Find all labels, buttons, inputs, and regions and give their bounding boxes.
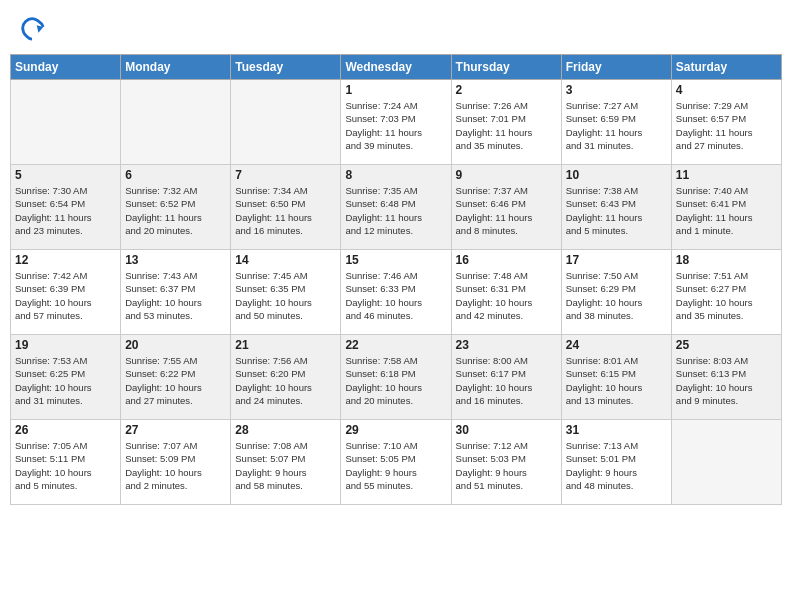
day-number: 6 — [125, 168, 226, 182]
day-info: Sunrise: 7:35 AM Sunset: 6:48 PM Dayligh… — [345, 184, 446, 237]
calendar-cell: 5Sunrise: 7:30 AM Sunset: 6:54 PM Daylig… — [11, 165, 121, 250]
day-info: Sunrise: 7:45 AM Sunset: 6:35 PM Dayligh… — [235, 269, 336, 322]
day-number: 8 — [345, 168, 446, 182]
calendar-cell: 8Sunrise: 7:35 AM Sunset: 6:48 PM Daylig… — [341, 165, 451, 250]
day-info: Sunrise: 7:38 AM Sunset: 6:43 PM Dayligh… — [566, 184, 667, 237]
calendar-cell: 30Sunrise: 7:12 AM Sunset: 5:03 PM Dayli… — [451, 420, 561, 505]
day-number: 24 — [566, 338, 667, 352]
day-number: 17 — [566, 253, 667, 267]
day-number: 12 — [15, 253, 116, 267]
day-info: Sunrise: 7:48 AM Sunset: 6:31 PM Dayligh… — [456, 269, 557, 322]
calendar-cell: 11Sunrise: 7:40 AM Sunset: 6:41 PM Dayli… — [671, 165, 781, 250]
day-number: 13 — [125, 253, 226, 267]
day-number: 20 — [125, 338, 226, 352]
logo-icon — [18, 14, 46, 42]
calendar-cell: 29Sunrise: 7:10 AM Sunset: 5:05 PM Dayli… — [341, 420, 451, 505]
calendar-cell: 27Sunrise: 7:07 AM Sunset: 5:09 PM Dayli… — [121, 420, 231, 505]
calendar-week-2: 5Sunrise: 7:30 AM Sunset: 6:54 PM Daylig… — [11, 165, 782, 250]
day-number: 7 — [235, 168, 336, 182]
day-number: 14 — [235, 253, 336, 267]
day-info: Sunrise: 7:08 AM Sunset: 5:07 PM Dayligh… — [235, 439, 336, 492]
calendar-cell — [671, 420, 781, 505]
page-header — [10, 10, 782, 46]
weekday-header-tuesday: Tuesday — [231, 55, 341, 80]
calendar-week-4: 19Sunrise: 7:53 AM Sunset: 6:25 PM Dayli… — [11, 335, 782, 420]
day-info: Sunrise: 7:07 AM Sunset: 5:09 PM Dayligh… — [125, 439, 226, 492]
day-number: 31 — [566, 423, 667, 437]
day-info: Sunrise: 7:50 AM Sunset: 6:29 PM Dayligh… — [566, 269, 667, 322]
calendar-cell: 25Sunrise: 8:03 AM Sunset: 6:13 PM Dayli… — [671, 335, 781, 420]
day-number: 11 — [676, 168, 777, 182]
calendar-cell: 24Sunrise: 8:01 AM Sunset: 6:15 PM Dayli… — [561, 335, 671, 420]
day-info: Sunrise: 7:24 AM Sunset: 7:03 PM Dayligh… — [345, 99, 446, 152]
day-info: Sunrise: 7:32 AM Sunset: 6:52 PM Dayligh… — [125, 184, 226, 237]
day-info: Sunrise: 7:26 AM Sunset: 7:01 PM Dayligh… — [456, 99, 557, 152]
calendar-cell: 17Sunrise: 7:50 AM Sunset: 6:29 PM Dayli… — [561, 250, 671, 335]
calendar-cell: 20Sunrise: 7:55 AM Sunset: 6:22 PM Dayli… — [121, 335, 231, 420]
day-info: Sunrise: 7:29 AM Sunset: 6:57 PM Dayligh… — [676, 99, 777, 152]
calendar-cell: 15Sunrise: 7:46 AM Sunset: 6:33 PM Dayli… — [341, 250, 451, 335]
day-number: 18 — [676, 253, 777, 267]
day-number: 29 — [345, 423, 446, 437]
day-info: Sunrise: 7:46 AM Sunset: 6:33 PM Dayligh… — [345, 269, 446, 322]
calendar-cell — [11, 80, 121, 165]
calendar-cell: 7Sunrise: 7:34 AM Sunset: 6:50 PM Daylig… — [231, 165, 341, 250]
day-info: Sunrise: 7:58 AM Sunset: 6:18 PM Dayligh… — [345, 354, 446, 407]
day-number: 4 — [676, 83, 777, 97]
day-number: 9 — [456, 168, 557, 182]
day-info: Sunrise: 7:13 AM Sunset: 5:01 PM Dayligh… — [566, 439, 667, 492]
day-number: 2 — [456, 83, 557, 97]
day-info: Sunrise: 7:30 AM Sunset: 6:54 PM Dayligh… — [15, 184, 116, 237]
day-info: Sunrise: 7:42 AM Sunset: 6:39 PM Dayligh… — [15, 269, 116, 322]
calendar-week-5: 26Sunrise: 7:05 AM Sunset: 5:11 PM Dayli… — [11, 420, 782, 505]
day-number: 21 — [235, 338, 336, 352]
day-info: Sunrise: 7:34 AM Sunset: 6:50 PM Dayligh… — [235, 184, 336, 237]
calendar-cell: 2Sunrise: 7:26 AM Sunset: 7:01 PM Daylig… — [451, 80, 561, 165]
calendar-cell: 22Sunrise: 7:58 AM Sunset: 6:18 PM Dayli… — [341, 335, 451, 420]
day-info: Sunrise: 7:43 AM Sunset: 6:37 PM Dayligh… — [125, 269, 226, 322]
day-number: 16 — [456, 253, 557, 267]
calendar-cell: 23Sunrise: 8:00 AM Sunset: 6:17 PM Dayli… — [451, 335, 561, 420]
day-info: Sunrise: 7:12 AM Sunset: 5:03 PM Dayligh… — [456, 439, 557, 492]
day-number: 1 — [345, 83, 446, 97]
calendar-cell: 28Sunrise: 7:08 AM Sunset: 5:07 PM Dayli… — [231, 420, 341, 505]
day-number: 28 — [235, 423, 336, 437]
weekday-header-monday: Monday — [121, 55, 231, 80]
day-number: 26 — [15, 423, 116, 437]
weekday-header-wednesday: Wednesday — [341, 55, 451, 80]
day-info: Sunrise: 7:05 AM Sunset: 5:11 PM Dayligh… — [15, 439, 116, 492]
weekday-header-thursday: Thursday — [451, 55, 561, 80]
calendar-cell: 16Sunrise: 7:48 AM Sunset: 6:31 PM Dayli… — [451, 250, 561, 335]
weekday-header-saturday: Saturday — [671, 55, 781, 80]
logo — [18, 14, 48, 42]
day-info: Sunrise: 7:51 AM Sunset: 6:27 PM Dayligh… — [676, 269, 777, 322]
calendar-cell: 10Sunrise: 7:38 AM Sunset: 6:43 PM Dayli… — [561, 165, 671, 250]
calendar-cell: 3Sunrise: 7:27 AM Sunset: 6:59 PM Daylig… — [561, 80, 671, 165]
calendar-cell — [231, 80, 341, 165]
calendar-week-1: 1Sunrise: 7:24 AM Sunset: 7:03 PM Daylig… — [11, 80, 782, 165]
calendar-table: SundayMondayTuesdayWednesdayThursdayFrid… — [10, 54, 782, 505]
day-number: 27 — [125, 423, 226, 437]
day-number: 25 — [676, 338, 777, 352]
day-info: Sunrise: 7:40 AM Sunset: 6:41 PM Dayligh… — [676, 184, 777, 237]
day-info: Sunrise: 7:10 AM Sunset: 5:05 PM Dayligh… — [345, 439, 446, 492]
day-number: 22 — [345, 338, 446, 352]
day-info: Sunrise: 7:56 AM Sunset: 6:20 PM Dayligh… — [235, 354, 336, 407]
weekday-header-friday: Friday — [561, 55, 671, 80]
day-info: Sunrise: 8:00 AM Sunset: 6:17 PM Dayligh… — [456, 354, 557, 407]
calendar-cell: 31Sunrise: 7:13 AM Sunset: 5:01 PM Dayli… — [561, 420, 671, 505]
day-number: 19 — [15, 338, 116, 352]
day-info: Sunrise: 8:03 AM Sunset: 6:13 PM Dayligh… — [676, 354, 777, 407]
calendar-cell: 1Sunrise: 7:24 AM Sunset: 7:03 PM Daylig… — [341, 80, 451, 165]
day-number: 3 — [566, 83, 667, 97]
calendar-cell: 18Sunrise: 7:51 AM Sunset: 6:27 PM Dayli… — [671, 250, 781, 335]
day-number: 23 — [456, 338, 557, 352]
calendar-cell: 26Sunrise: 7:05 AM Sunset: 5:11 PM Dayli… — [11, 420, 121, 505]
calendar-cell: 21Sunrise: 7:56 AM Sunset: 6:20 PM Dayli… — [231, 335, 341, 420]
day-number: 30 — [456, 423, 557, 437]
day-number: 15 — [345, 253, 446, 267]
calendar-cell: 9Sunrise: 7:37 AM Sunset: 6:46 PM Daylig… — [451, 165, 561, 250]
day-number: 5 — [15, 168, 116, 182]
calendar-week-3: 12Sunrise: 7:42 AM Sunset: 6:39 PM Dayli… — [11, 250, 782, 335]
day-number: 10 — [566, 168, 667, 182]
